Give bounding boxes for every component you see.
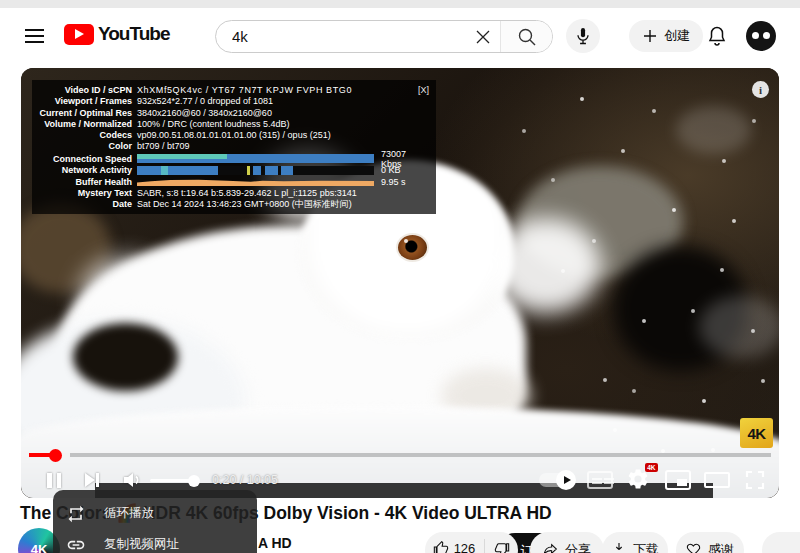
buffer-health-graph xyxy=(137,177,374,186)
plus-icon xyxy=(642,28,658,44)
connection-speed-graph xyxy=(137,154,374,163)
search-icon xyxy=(517,27,537,47)
stats-row-network-activity: Network Activity 0 KB xyxy=(36,164,428,176)
thumbs-up-icon xyxy=(433,541,449,553)
create-label: 创建 xyxy=(664,27,690,45)
stats-row-viewport: Viewport / Frames 932x524*2.77 / 0 dropp… xyxy=(36,96,428,107)
stats-row-connection-speed: Connection Speed 73007 Kbps xyxy=(36,153,428,165)
fullscreen-icon xyxy=(743,468,767,492)
stats-row-volume: Volume / Normalized 100% / DRC (content … xyxy=(36,119,428,130)
youtube-watch-page: YouTube xyxy=(0,0,800,553)
video-player[interactable]: [X] Video ID / sCPN XhXMf5QK4vc / YT67 7… xyxy=(21,68,779,498)
stats-row-video-id: Video ID / sCPN XhXMf5QK4vc / YT67 7N7T … xyxy=(36,85,428,96)
context-menu-copy-url[interactable]: 复制视频网址 xyxy=(53,529,257,553)
time-display: 0:20 / 10:05 xyxy=(212,473,278,487)
search-input[interactable] xyxy=(216,21,466,52)
create-button[interactable]: 创建 xyxy=(629,20,703,52)
lens-flare xyxy=(699,296,779,358)
settings-button[interactable]: 4K xyxy=(626,467,652,493)
video-context-menu: 循环播放 复制视频网址 xyxy=(53,490,257,553)
fullscreen-button[interactable] xyxy=(743,468,767,492)
thumbs-down-icon xyxy=(494,541,510,553)
loop-icon xyxy=(66,504,86,524)
4k-watermark-badge: 4K xyxy=(740,418,773,448)
thanks-button[interactable]: 感谢 xyxy=(676,532,744,553)
autoplay-knob-play-icon xyxy=(556,470,576,490)
like-count: 126 xyxy=(454,541,476,553)
autoplay-toggle[interactable] xyxy=(539,473,574,487)
info-button[interactable]: i xyxy=(752,81,769,98)
volume-icon xyxy=(120,468,144,492)
search-box xyxy=(215,20,553,53)
miniplayer-button[interactable] xyxy=(665,470,691,490)
header: YouTube xyxy=(0,8,800,66)
thanks-label: 感谢 xyxy=(708,541,734,553)
rabbit-fur xyxy=(491,218,601,313)
download-label: 下载 xyxy=(633,541,659,553)
close-icon xyxy=(474,28,492,46)
rock-dark-patch xyxy=(73,323,178,391)
share-button[interactable]: 分享 xyxy=(530,532,604,553)
notifications-button[interactable] xyxy=(705,24,729,48)
window-top-edge xyxy=(0,0,800,8)
stats-row-mystery-text: Mystery Text SABR, s:8 t:19.64 b:5.839-2… xyxy=(36,188,428,199)
stats-row-date: Date Sat Dec 14 2024 13:48:23 GMT+0800 (… xyxy=(36,199,428,210)
search-clear-button[interactable] xyxy=(466,20,500,53)
share-label: 分享 xyxy=(565,541,591,553)
quality-4k-badge: 4K xyxy=(645,463,658,472)
account-avatar[interactable] xyxy=(746,21,776,51)
falling-snow-specks xyxy=(21,68,23,70)
microphone-icon xyxy=(573,26,593,46)
copy-url-label: 复制视频网址 xyxy=(104,536,179,553)
voice-search-button[interactable] xyxy=(566,19,600,53)
next-icon xyxy=(82,470,102,490)
stats-row-codecs: Codecs vp09.00.51.08.01.01.01.01.00 (315… xyxy=(36,130,428,141)
download-button[interactable]: 下载 xyxy=(602,532,668,553)
stats-close-button[interactable]: [X] xyxy=(418,85,429,95)
stats-row-color: Color bt709 / bt709 xyxy=(36,141,428,152)
hamburger-menu-button[interactable] xyxy=(25,29,44,43)
progress-scrubber[interactable] xyxy=(49,449,62,462)
lens-flare xyxy=(676,106,751,154)
download-icon xyxy=(611,541,627,553)
rabbit-eye xyxy=(398,235,427,260)
progress-bar[interactable] xyxy=(29,453,771,457)
loop-label: 循环播放 xyxy=(104,505,154,522)
pill-divider xyxy=(484,539,485,553)
subtitles-button[interactable] xyxy=(587,471,613,489)
right-controls: 4K xyxy=(539,467,767,493)
youtube-logo-play-icon xyxy=(64,24,94,45)
context-menu-loop[interactable]: 循环播放 xyxy=(53,498,257,529)
search-button[interactable] xyxy=(500,20,552,53)
youtube-logo-text: YouTube xyxy=(98,23,169,45)
volume-slider-knob[interactable] xyxy=(188,475,200,487)
network-activity-graph xyxy=(137,166,374,175)
heart-icon xyxy=(686,541,702,553)
youtube-logo[interactable]: YouTube xyxy=(64,23,169,45)
more-action-button[interactable] xyxy=(762,532,800,553)
stats-row-buffer-health: Buffer Health 9.95 s xyxy=(36,176,428,188)
like-dislike-buttons[interactable]: 126 xyxy=(425,532,518,553)
theater-mode-button[interactable] xyxy=(704,472,730,488)
bell-icon xyxy=(705,24,729,48)
stats-for-nerds-panel: [X] Video ID / sCPN XhXMf5QK4vc / YT67 7… xyxy=(32,80,436,214)
link-icon xyxy=(66,535,86,553)
share-icon xyxy=(543,541,559,553)
channel-name[interactable]: A HD xyxy=(258,535,292,551)
stats-row-resolution: Current / Optimal Res 3840x2160@60 / 384… xyxy=(36,108,428,119)
